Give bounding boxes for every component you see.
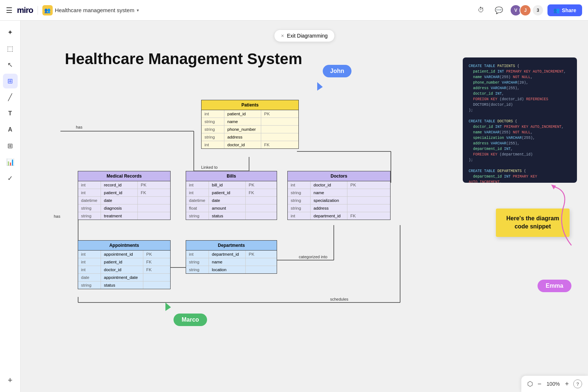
appointments-header: Appointments <box>78 241 170 251</box>
svg-marker-22 <box>165 302 171 311</box>
sidebar-item-chart[interactable]: 📊 <box>3 155 18 169</box>
user-avatars: V J 3 <box>510 4 543 16</box>
avatar-count: 3 <box>533 5 543 15</box>
layers-icon[interactable]: ⬡ <box>527 380 533 388</box>
departments-body: intdepartment_idPK stringname stringloca… <box>186 251 277 273</box>
canvas-area[interactable]: has Linked to categorized into schedules… <box>21 21 588 392</box>
project-selector[interactable]: 👥 Healthcare management system ▾ <box>42 5 139 15</box>
patients-body: intpatient_idPK stringname stringphone_n… <box>202 110 298 148</box>
avatar-2: J <box>519 4 531 16</box>
comment-icon[interactable]: 💬 <box>492 4 505 17</box>
sidebar-item-text[interactable]: T <box>3 106 18 121</box>
bills-header: Bills <box>186 171 277 181</box>
topbar: ☰ miro 👥 Healthcare management system ▾ … <box>0 0 588 21</box>
zoom-percentage: 100% <box>546 381 560 387</box>
x-icon: × <box>281 33 284 39</box>
patients-table: Patients intpatient_idPK stringname stri… <box>201 100 299 149</box>
bills-table: Bills intbill_idPK intpatient_idFK datet… <box>186 171 277 220</box>
sidebar-item-select[interactable]: ↖ <box>3 57 18 72</box>
appointments-table: Appointments intappointment_idPK intpati… <box>78 240 171 289</box>
medical-records-table: Medical Records intrecord_idPK intpatien… <box>78 171 171 220</box>
appointments-body: intappointment_idPK intpatient_idFK intd… <box>78 251 170 289</box>
doctors-table: Doctors intdoctor_idPK stringname string… <box>287 171 391 220</box>
miro-logo: miro <box>17 6 33 15</box>
svg-text:has: has <box>54 214 60 218</box>
sidebar-item-add[interactable]: + <box>3 373 18 388</box>
project-icon: 👥 <box>42 5 53 15</box>
zoom-controls: ⬡ − 100% + ? <box>521 376 588 392</box>
doctors-header: Doctors <box>288 171 390 181</box>
canvas-title: Healthcare Management System <box>65 50 302 68</box>
share-icon: 👥 <box>553 7 560 13</box>
sidebar-item-diagram[interactable]: ⊞ <box>3 74 18 88</box>
svg-text:schedules: schedules <box>330 297 349 301</box>
marco-cursor-arrow <box>164 301 175 313</box>
exit-diagramming-button[interactable]: × Exit Diagramming <box>274 29 335 42</box>
doctors-body: intdoctor_idPK stringname stringspeciali… <box>288 181 390 220</box>
sidebar-item-ai[interactable]: ✦ <box>3 25 18 40</box>
pink-arrow <box>535 183 579 256</box>
divider <box>38 6 38 15</box>
john-cursor-arrow <box>315 80 326 93</box>
code-content: CREATE TABLE PATIENTS ( patient_id INT P… <box>469 63 571 183</box>
timer-icon[interactable]: ⏱ <box>475 4 488 17</box>
code-snippet-panel: CREATE TABLE PATIENTS ( patient_id INT P… <box>463 57 577 183</box>
departments-table: Departments intdepartment_idPK stringnam… <box>186 240 277 274</box>
sidebar-item-font[interactable]: A <box>3 122 18 137</box>
chevron-down-icon: ▾ <box>137 8 139 13</box>
svg-text:has: has <box>76 125 83 129</box>
medical-records-header: Medical Records <box>78 171 170 181</box>
project-name: Healthcare management system <box>55 7 134 13</box>
sidebar-item-frames[interactable]: ⬚ <box>3 41 18 56</box>
help-button[interactable]: ? <box>573 379 582 388</box>
sidebar-item-check[interactable]: ✓ <box>3 171 18 186</box>
topbar-right: ⏱ 💬 V J 3 👥 Share <box>475 4 582 17</box>
share-button[interactable]: 👥 Share <box>547 4 582 16</box>
zoom-out-icon[interactable]: − <box>538 380 542 388</box>
hamburger-icon[interactable]: ☰ <box>6 6 13 15</box>
bills-body: intbill_idPK intpatient_idFK datetimedat… <box>186 181 277 220</box>
medical-records-body: intrecord_idPK intpatient_idFK datetimed… <box>78 181 170 220</box>
svg-text:categorized into: categorized into <box>299 255 328 259</box>
patients-header: Patients <box>202 100 298 110</box>
left-sidebar: ✦ ⬚ ↖ ⊞ ╱ T A ⊞ 📊 ✓ + <box>0 21 21 392</box>
svg-marker-21 <box>317 82 323 91</box>
sidebar-item-pen[interactable]: ╱ <box>3 90 18 105</box>
john-cursor-label: John <box>323 65 351 77</box>
departments-header: Departments <box>186 241 277 251</box>
svg-text:Linked to: Linked to <box>201 165 218 169</box>
emma-cursor-label: Emma <box>538 280 571 292</box>
zoom-in-icon[interactable]: + <box>565 380 569 388</box>
marco-cursor-label: Marco <box>174 314 207 326</box>
sidebar-item-grid[interactable]: ⊞ <box>3 139 18 153</box>
